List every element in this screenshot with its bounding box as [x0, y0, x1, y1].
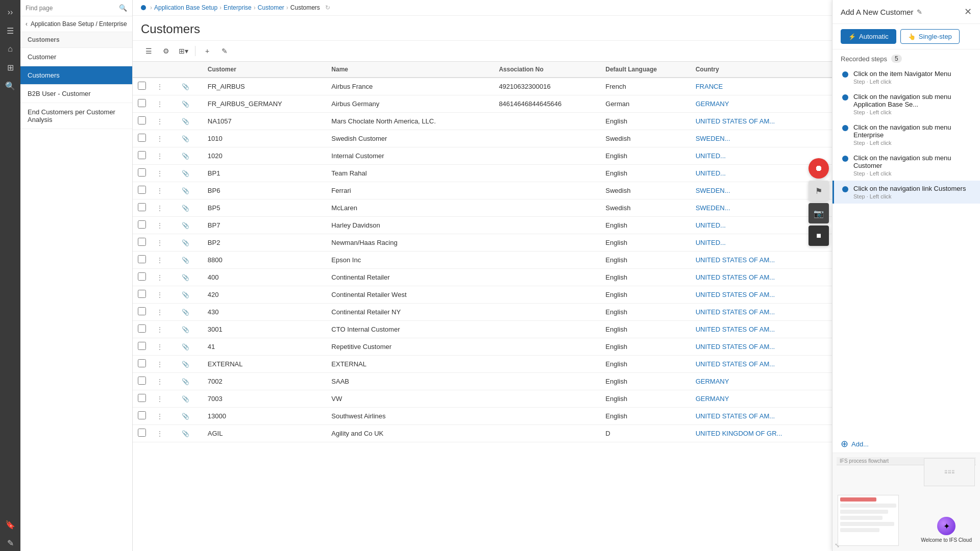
stop-button[interactable]: ■	[808, 226, 829, 246]
row-checkbox-cell[interactable]	[133, 373, 151, 390]
row-checkbox-cell[interactable]	[133, 165, 151, 182]
row-checkbox-cell[interactable]	[133, 286, 151, 304]
search-icon[interactable]: 🔍	[2, 78, 18, 94]
row-dots-cell[interactable]: ⋮	[151, 408, 177, 425]
row-checkbox-cell[interactable]	[133, 147, 151, 165]
row-context-menu[interactable]: ⋮	[156, 395, 163, 403]
row-context-menu[interactable]: ⋮	[156, 273, 163, 282]
row-dots-cell[interactable]: ⋮	[151, 373, 177, 390]
row-checkbox[interactable]	[138, 272, 146, 281]
row-clip-cell[interactable]: 📎	[177, 113, 203, 130]
row-attachment-icon[interactable]: 📎	[182, 274, 189, 281]
row-dots-cell[interactable]: ⋮	[151, 321, 177, 338]
row-context-menu[interactable]: ⋮	[156, 169, 163, 178]
row-clip-cell[interactable]: 📎	[177, 373, 203, 390]
table-row[interactable]: ⋮ 📎 BP5 McLaren Swedish SWEDEN...	[133, 199, 832, 217]
table-row[interactable]: ⋮ 📎 41 Repetitive Customer English UNITE…	[133, 338, 832, 356]
row-checkbox[interactable]	[138, 342, 146, 350]
row-clip-cell[interactable]: 📎	[177, 390, 203, 408]
row-dots-cell[interactable]: ⋮	[151, 130, 177, 147]
sidebar-item-customers[interactable]: Customers	[20, 66, 132, 85]
row-attachment-icon[interactable]: 📎	[182, 309, 189, 316]
row-checkbox-cell[interactable]	[133, 217, 151, 234]
table-row[interactable]: ⋮ 📎 NA1057 Mars Choclate North America, …	[133, 113, 832, 130]
row-attachment-icon[interactable]: 📎	[182, 291, 189, 298]
row-checkbox[interactable]	[138, 377, 146, 385]
row-dots-cell[interactable]: ⋮	[151, 390, 177, 408]
table-row[interactable]: ⋮ 📎 BP7 Harley Davidson English UNITED..…	[133, 217, 832, 234]
row-checkbox[interactable]	[138, 186, 146, 194]
row-clip-cell[interactable]: 📎	[177, 304, 203, 321]
row-context-menu[interactable]: ⋮	[156, 343, 163, 351]
pencil-icon[interactable]: ✎	[2, 535, 18, 551]
list-view-button[interactable]: ☰	[141, 44, 156, 58]
row-checkbox-cell[interactable]	[133, 408, 151, 425]
row-checkbox[interactable]	[138, 168, 146, 177]
row-checkbox[interactable]	[138, 394, 146, 402]
home-icon[interactable]: ⌂	[2, 41, 18, 57]
row-checkbox[interactable]	[138, 203, 146, 211]
row-checkbox-cell[interactable]	[133, 78, 151, 95]
row-checkbox[interactable]	[138, 255, 146, 263]
row-clip-cell[interactable]: 📎	[177, 78, 203, 95]
row-checkbox-cell[interactable]	[133, 113, 151, 130]
row-attachment-icon[interactable]: 📎	[182, 170, 189, 177]
col-country[interactable]: Country	[691, 62, 832, 78]
step-item-step2[interactable]: Click on the navigation sub menu Applica…	[832, 89, 980, 119]
table-row[interactable]: ⋮ 📎 FR_AIRBUS Airbus France 492106323000…	[133, 78, 832, 95]
row-attachment-icon[interactable]: 📎	[182, 257, 189, 264]
row-context-menu[interactable]: ⋮	[156, 100, 163, 108]
row-dots-cell[interactable]: ⋮	[151, 252, 177, 269]
add-button[interactable]: +	[200, 44, 215, 58]
table-row[interactable]: ⋮ 📎 FR_AIRBUS_GERMANY Airbus Germany 846…	[133, 95, 832, 113]
flag-button[interactable]: ⚑	[808, 181, 829, 201]
row-clip-cell[interactable]: 📎	[177, 356, 203, 373]
row-dots-cell[interactable]: ⋮	[151, 113, 177, 130]
table-row[interactable]: ⋮ 📎 BP2 Newman/Haas Racing English UNITE…	[133, 234, 832, 252]
table-row[interactable]: ⋮ 📎 1010 Swedish Customer Swedish SWEDEN…	[133, 130, 832, 147]
row-clip-cell[interactable]: 📎	[177, 234, 203, 252]
step-item-step1[interactable]: Click on the item Navigator Menu Step · …	[832, 66, 980, 89]
row-dots-cell[interactable]: ⋮	[151, 425, 177, 442]
find-page-input[interactable]	[26, 5, 116, 12]
row-attachment-icon[interactable]: 📎	[182, 239, 189, 246]
table-row[interactable]: ⋮ 📎 1020 Internal Customer English UNITE…	[133, 147, 832, 165]
row-dots-cell[interactable]: ⋮	[151, 147, 177, 165]
row-clip-cell[interactable]: 📎	[177, 95, 203, 113]
row-clip-cell[interactable]: 📎	[177, 217, 203, 234]
table-row[interactable]: ⋮ 📎 430 Continental Retailer NY English …	[133, 304, 832, 321]
row-context-menu[interactable]: ⋮	[156, 204, 163, 212]
panel-close-button[interactable]: ✕	[964, 7, 972, 16]
row-checkbox-cell[interactable]	[133, 338, 151, 356]
panel-edit-icon[interactable]: ✎	[917, 8, 922, 16]
row-clip-cell[interactable]: 📎	[177, 130, 203, 147]
table-row[interactable]: ⋮ 📎 8800 Epson Inc English UNITED STATES…	[133, 252, 832, 269]
row-context-menu[interactable]: ⋮	[156, 291, 163, 299]
row-context-menu[interactable]: ⋮	[156, 221, 163, 230]
row-dots-cell[interactable]: ⋮	[151, 217, 177, 234]
chevron-right-icon[interactable]: ››	[2, 4, 18, 20]
row-context-menu[interactable]: ⋮	[156, 325, 163, 334]
row-checkbox[interactable]	[138, 359, 146, 367]
row-clip-cell[interactable]: 📎	[177, 199, 203, 217]
row-dots-cell[interactable]: ⋮	[151, 269, 177, 286]
row-checkbox[interactable]	[138, 238, 146, 246]
sidebar-back-button[interactable]: ‹ Application Base Setup / Enterprise	[20, 16, 132, 32]
row-attachment-icon[interactable]: 📎	[182, 187, 189, 194]
row-dots-cell[interactable]: ⋮	[151, 78, 177, 95]
table-row[interactable]: ⋮ 📎 400 Continental Retailer English UNI…	[133, 269, 832, 286]
row-context-menu[interactable]: ⋮	[156, 378, 163, 386]
row-context-menu[interactable]: ⋮	[156, 152, 163, 160]
row-checkbox-cell[interactable]	[133, 252, 151, 269]
row-clip-cell[interactable]: 📎	[177, 338, 203, 356]
row-context-menu[interactable]: ⋮	[156, 360, 163, 368]
row-context-menu[interactable]: ⋮	[156, 430, 163, 438]
row-attachment-icon[interactable]: 📎	[182, 222, 189, 229]
table-row[interactable]: ⋮ 📎 BP1 Team Rahal English UNITED...	[133, 165, 832, 182]
table-row[interactable]: ⋮ 📎 13000 Southwest Airlines English UNI…	[133, 408, 832, 425]
row-attachment-icon[interactable]: 📎	[182, 153, 189, 160]
col-customer[interactable]: Customer	[203, 62, 327, 78]
row-checkbox[interactable]	[138, 307, 146, 315]
row-checkbox[interactable]	[138, 134, 146, 142]
row-checkbox[interactable]	[138, 411, 146, 419]
